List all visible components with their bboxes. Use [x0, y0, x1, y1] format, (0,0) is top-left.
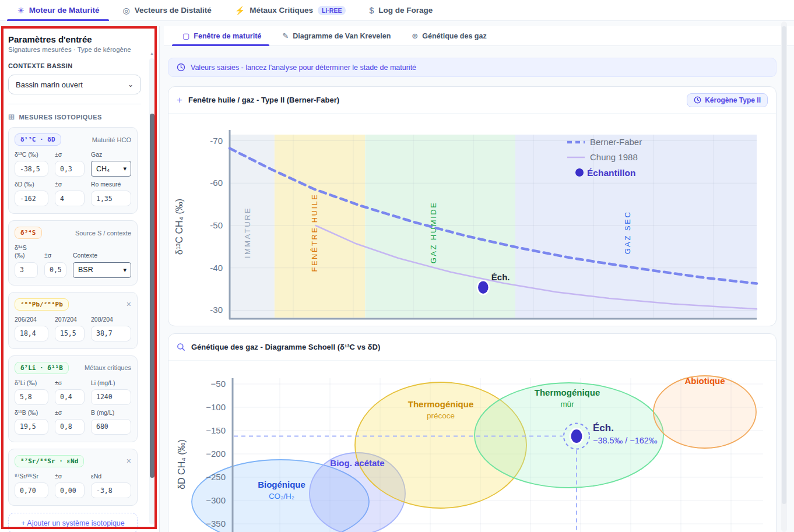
schoell-diagram-chart: BiogéniqueCO₂/H₂Biog. acétateThermogéniq… [168, 361, 777, 532]
zone-gaz-humide [365, 135, 515, 318]
card-context-label: Maturité HCO [92, 136, 131, 143]
schoell-chart-card: Génétique des gaz - Diagramme Schoell (δ… [168, 333, 777, 532]
field-label: Biogénique [258, 480, 305, 489]
gas-select[interactable]: CH₄▾ [91, 161, 131, 177]
page-scrollbar[interactable] [781, 22, 787, 532]
y-axis-title: δ¹³C CH₄ (‰) [174, 199, 184, 255]
sidebar-scrollbar[interactable]: ▲ [149, 58, 154, 524]
page-scrollbar-thumb[interactable] [782, 26, 786, 504]
y-tick-label: -30 [210, 305, 223, 315]
section-title: MESURES ISOTOPIQUES [19, 114, 102, 121]
d13c-input[interactable] [15, 161, 48, 177]
d11b-sigma-input[interactable] [55, 419, 85, 435]
dd-input[interactable] [15, 191, 48, 206]
chart-tabs-bar: ▢ Fenêtre de maturité ✎ Diagramme de Van… [164, 26, 794, 46]
sr-ratio-input[interactable] [15, 482, 48, 498]
app-window: ✳ Moteur de Maturité ◎ Vecteurs de Dista… [0, 0, 794, 532]
isotope-badge: ⁸⁷Sr/⁸⁶Sr · εNd [15, 455, 84, 467]
isotope-card-li-b: δ⁷Li · δ¹¹B Métaux critiques δ⁷Li (‰) ±σ… [8, 355, 138, 442]
d7li-sigma-input[interactable] [55, 389, 85, 405]
b-conc-input[interactable] [91, 419, 131, 435]
sample-label: Éch. [491, 272, 510, 282]
legend-swatch-dot [575, 168, 584, 177]
context-select[interactable]: BSR▾ [73, 262, 131, 278]
sr-sigma-input[interactable] [55, 482, 85, 498]
y-tick-label: −150 [206, 425, 226, 435]
isotope-badge: δ³⁴S [15, 227, 42, 239]
close-icon[interactable]: × [127, 300, 131, 308]
zone-label: IMMATURE [243, 207, 252, 258]
basin-select-value: Bassin marin ouvert [16, 80, 83, 89]
zone-immature [230, 135, 275, 318]
legend-label: Échantillon [587, 168, 636, 178]
tab-fenetre-de-maturite[interactable]: ▢ Fenêtre de maturité [172, 26, 272, 46]
scrollbar-thumb[interactable] [150, 114, 154, 478]
d11b-input[interactable] [15, 419, 48, 435]
d34s-input[interactable] [15, 262, 38, 278]
chevron-down-icon: ▾ [123, 266, 127, 274]
clock-icon [177, 63, 185, 72]
field-sublabel: mûr [560, 400, 574, 408]
card-context-label: Source S / contexte [75, 230, 131, 237]
nav-tab-metaux-critiques[interactable]: ⚡ Métaux Critiques Li·REE [224, 0, 359, 21]
maturity-window-chart: IMMATUREFENÊTRE HUILEGAZ HUMIDEGAZ SEC-7… [168, 114, 777, 326]
zone-label: GAZ SEC [623, 211, 632, 255]
pb206-input[interactable] [15, 326, 48, 341]
add-isotope-system-button[interactable]: + Ajouter un système isotopique [8, 513, 138, 532]
field-label: ±σ [44, 252, 66, 259]
isotope-badge: δ⁷Li · δ¹¹B [15, 362, 69, 374]
tab-label: Fenêtre de maturité [194, 32, 261, 40]
d13c-sigma-input[interactable] [55, 161, 85, 177]
dollar-icon: $ [369, 6, 374, 15]
isotope-cards-list: δ¹³C · δD Maturité HCO δ¹³C (‰) ±σ Gaz C… [8, 127, 138, 506]
sample-point[interactable] [570, 429, 583, 444]
li-conc-input[interactable] [91, 389, 131, 405]
tab-van-krevelen[interactable]: ✎ Diagramme de Van Krevelen [272, 26, 401, 46]
grid-icon: ⊞ [8, 112, 15, 121]
end-input[interactable] [91, 482, 131, 498]
field-label: 208/204 [91, 316, 131, 323]
panel-title: Paramètres d'entrée [8, 34, 151, 44]
ro-input[interactable] [91, 191, 131, 206]
field-label: Abiotique [684, 376, 725, 386]
y-axis-title: δD CH₄ (‰) [177, 439, 187, 489]
y-tick-label: −350 [206, 519, 226, 529]
field-label: Gaz [91, 151, 131, 158]
nav-tab-log-de-forage[interactable]: $ Log de Forage [359, 0, 445, 21]
field-label: ±σ [55, 151, 85, 158]
basin-context-select[interactable]: Bassin marin ouvert ⌄ [8, 75, 141, 94]
d7li-input[interactable] [15, 389, 48, 405]
field-label: 206/204 [15, 316, 48, 323]
input-parameters-panel: Paramètres d'entrée Signatures mesurées … [0, 26, 160, 532]
field-label: εNd [91, 473, 131, 480]
sample-label: Éch. [593, 422, 614, 434]
legend[interactable]: Berner-FaberChung 1988Échantillon [567, 137, 642, 178]
field-label: ±σ [55, 409, 85, 417]
field-label: ±σ [55, 473, 85, 480]
isotope-badge: ²⁰⁶Pb/²⁰⁴Pb [15, 298, 69, 311]
zone-fen-tre-huile [275, 135, 365, 318]
gas-select-value: CH₄ [96, 165, 110, 173]
nav-tab-label: Moteur de Maturité [29, 6, 100, 15]
pb208-input[interactable] [91, 326, 131, 341]
zone-gaz-sec [515, 135, 757, 318]
kerogene-type-button[interactable]: Kérogène Type II [687, 93, 768, 107]
scrollbar-up-arrow[interactable]: ▲ [149, 51, 154, 55]
banner-text: Valeurs saisies - lancez l'analyse pour … [191, 64, 416, 72]
tab-genetique-des-gaz[interactable]: ⊕ Génétique des gaz [401, 26, 497, 46]
nav-tab-moteur-de-maturite[interactable]: ✳ Moteur de Maturité [7, 0, 113, 21]
d34s-sigma-input[interactable] [44, 262, 66, 278]
pb207-input[interactable] [55, 326, 85, 341]
nav-tab-vecteurs-de-distalite[interactable]: ◎ Vecteurs de Distalité [113, 0, 224, 21]
panel-subtitle: Signatures mesurées · Type de kérogène [8, 46, 151, 53]
y-tick-label: −100 [206, 402, 226, 412]
asterisk-icon: ✳ [17, 6, 24, 15]
dd-sigma-input[interactable] [55, 191, 85, 206]
sample-point[interactable] [477, 280, 489, 294]
field-label: Ro mesuré [91, 181, 131, 188]
close-icon[interactable]: × [127, 457, 131, 465]
magnifier-icon [177, 343, 185, 351]
maturity-chart-card: + Fenêtre huile / gaz - Type II (Berner-… [168, 86, 777, 326]
clock-icon [694, 96, 701, 104]
field-label: 207/204 [55, 316, 85, 323]
